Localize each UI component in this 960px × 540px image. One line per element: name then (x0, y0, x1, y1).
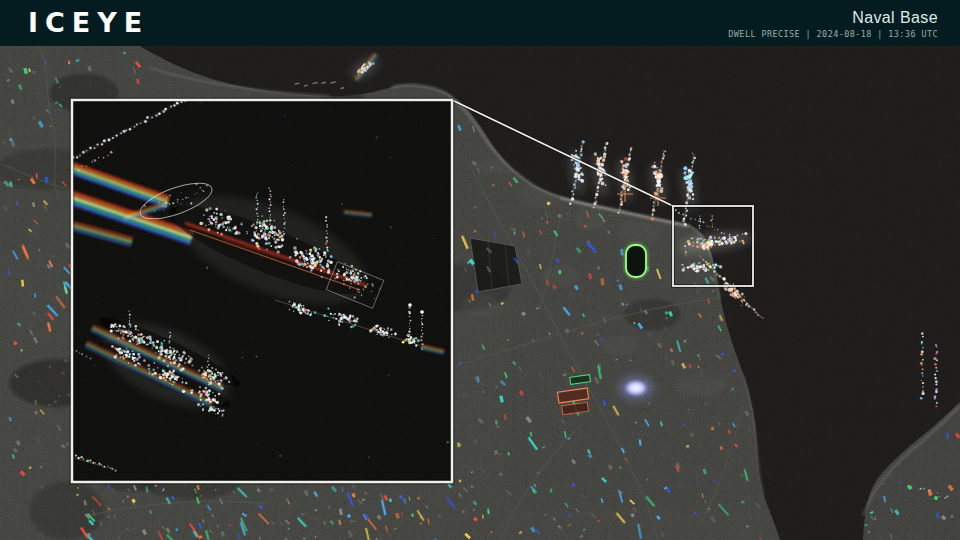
magnifier-inset (64, 97, 453, 482)
sar-image (0, 46, 960, 540)
green-stadium (626, 245, 646, 277)
page-title: Naval Base (728, 9, 938, 27)
header-bar: ICEYE Naval Base DWELL PRECISE | 2024-08… (0, 0, 960, 46)
bright-building (618, 375, 654, 401)
inset-ship-imagery (64, 97, 453, 482)
header-info: Naval Base DWELL PRECISE | 2024-08-18 | … (728, 7, 938, 39)
fortification (470, 238, 522, 292)
capture-metadata: DWELL PRECISE | 2024-08-18 | 13:36 UTC (728, 29, 938, 39)
iceye-sar-report: ICEYE Naval Base DWELL PRECISE | 2024-08… (0, 0, 960, 540)
sar-scene-canvas (0, 46, 960, 540)
iceye-logo: ICEYE (28, 0, 149, 46)
